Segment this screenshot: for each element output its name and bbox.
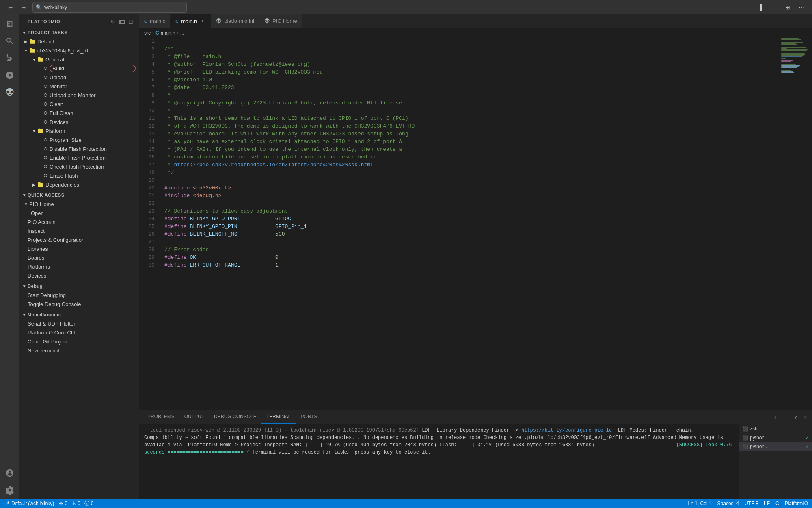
layout-button[interactable]: ⊞ xyxy=(782,2,793,12)
tree-item-start-debugging[interactable]: Start Debugging xyxy=(19,291,139,300)
tree-item-erase-flash[interactable]: Erase Flash xyxy=(19,171,139,180)
tree-item-projects-config[interactable]: Projects & Configuration xyxy=(19,235,139,244)
tree-item-ch32[interactable]: ▼ ch32v003f4p6_evt_r0 xyxy=(19,46,139,55)
section-miscellaneous[interactable]: ▼ Miscellaneous xyxy=(19,310,139,319)
tree-item-enable-flash[interactable]: Enable Flash Protection xyxy=(19,153,139,162)
tab-platformio-ini[interactable]: 👽 platformio.ini xyxy=(211,14,259,28)
nav-forward-button[interactable]: → xyxy=(18,2,29,12)
add-folder-button[interactable] xyxy=(118,17,126,26)
tab-ports[interactable]: PORTS xyxy=(296,410,322,424)
tree-item-platform[interactable]: ▼ Platform xyxy=(19,126,139,135)
tree-item-new-terminal[interactable]: New Terminal xyxy=(19,346,139,355)
code-content[interactable]: /** * @file main.h * @author Florian Sch… xyxy=(160,37,780,410)
enable-flash-label: Enable Flash Protection xyxy=(50,155,136,161)
general-chevron: ▼ xyxy=(31,56,37,63)
refresh-button[interactable]: ↻ xyxy=(110,17,116,26)
activity-search[interactable] xyxy=(2,33,18,49)
more-button[interactable]: ⋯ xyxy=(796,2,807,12)
status-spaces[interactable]: Spaces: 4 xyxy=(717,501,739,506)
tree-item-inspect[interactable]: Inspect xyxy=(19,226,139,235)
status-platform[interactable]: PlatformIO xyxy=(785,501,808,506)
code-editor[interactable]: 12345 678910 1112131415 1617181920 21222… xyxy=(139,37,812,410)
tree-item-core-cli[interactable]: PlatformIO Core CLI xyxy=(19,328,139,337)
tree-item-monitor[interactable]: Monitor xyxy=(19,82,139,91)
section-project-tasks[interactable]: ▼ PROJECT TASKS xyxy=(19,28,139,37)
ch32-chevron: ▼ xyxy=(23,47,29,54)
tab-debug-console[interactable]: DEBUG CONSOLE xyxy=(209,410,261,424)
terminal-python1-icon: ⬛ xyxy=(743,435,748,441)
activity-accounts[interactable] xyxy=(2,465,18,481)
tab-problems[interactable]: PROBLEMS xyxy=(143,410,179,424)
tree-item-pio-home[interactable]: ▼ PIO Home xyxy=(19,200,139,208)
terminal-item-python1[interactable]: ⬛ python... ✓ xyxy=(739,433,812,442)
tree-item-general[interactable]: ▼ General xyxy=(19,55,139,64)
breadcrumb-src[interactable]: src xyxy=(144,30,151,36)
tab-c-icon-main-c: C xyxy=(144,19,147,24)
tree-item-clean[interactable]: Clean xyxy=(19,100,139,109)
panel-up-button[interactable]: ∧ xyxy=(793,413,800,421)
sidebar-toggle-button[interactable]: ▐ xyxy=(754,2,766,12)
ch32-label: ch32v003f4p6_evt_r0 xyxy=(37,48,136,54)
activity-settings[interactable] xyxy=(2,482,18,498)
tree-item-pio-account[interactable]: PIO Account xyxy=(19,217,139,226)
disable-flash-dot xyxy=(44,147,47,150)
status-git-branch[interactable]: ⎇ Default (wch-blinky) xyxy=(4,501,54,506)
tree-item-libraries[interactable]: Libraries xyxy=(19,244,139,253)
terminal-content[interactable]: - tool-openocd-riscv-wch @ 2.1100.230329… xyxy=(139,424,739,499)
status-line-ending[interactable]: LF xyxy=(764,501,770,506)
tab-output[interactable]: OUTPUT xyxy=(179,410,209,424)
tree-item-upload-monitor[interactable]: Upload and Monitor xyxy=(19,91,139,100)
inspect-label: Inspect xyxy=(28,228,136,234)
tree-item-program-size[interactable]: Program Size xyxy=(19,135,139,144)
status-line-col[interactable]: Ln 1, Col 1 xyxy=(688,501,712,506)
tree-item-upload[interactable]: Upload xyxy=(19,73,139,82)
activity-pio[interactable]: 👽 xyxy=(2,84,18,100)
collapse-all-button[interactable]: ⊟ xyxy=(127,17,134,26)
platform-label: PlatformIO xyxy=(785,501,808,506)
terminal-item-python2[interactable]: ⬛ python... ✓ xyxy=(739,442,812,451)
activity-source-control[interactable] xyxy=(2,50,18,66)
title-bar-right: ▐ ▭ ⊞ ⋯ xyxy=(754,2,807,12)
main-layout: 👽 PLATFORMIO ↻ ⊟ ▼ PROJECT TASKS xyxy=(0,14,812,499)
tree-item-boards[interactable]: Boards xyxy=(19,253,139,262)
tree-item-disable-flash[interactable]: Disable Flash Protection xyxy=(19,144,139,153)
breadcrumb-dots[interactable]: ... xyxy=(180,30,184,36)
section-misc-label: Miscellaneous xyxy=(28,312,61,317)
tree-item-open[interactable]: Open xyxy=(19,208,139,217)
tree-item-toggle-console[interactable]: Toggle Debug Console xyxy=(19,300,139,308)
tab-main-h[interactable]: C main.h × xyxy=(171,14,211,28)
tree-item-build[interactable]: Build xyxy=(19,64,139,73)
activity-explorer[interactable] xyxy=(2,16,18,32)
tree-item-devices[interactable]: Devices xyxy=(19,117,139,126)
tab-main-c[interactable]: C main.c xyxy=(139,14,171,28)
panel-close-button[interactable]: × xyxy=(802,413,809,421)
panel-more-button[interactable]: ⋯ xyxy=(781,413,790,421)
tree-item-qa-devices[interactable]: Devices xyxy=(19,271,139,280)
tab-terminal[interactable]: TERMINAL xyxy=(261,410,296,424)
tree-item-dependencies[interactable]: ▶ Dependencies xyxy=(19,180,139,189)
status-language[interactable]: C xyxy=(775,501,779,506)
error-icon: ⊗ xyxy=(59,501,63,506)
search-input[interactable] xyxy=(32,2,187,13)
section-quick-access[interactable]: ▼ QUICK ACCESS xyxy=(19,191,139,200)
tree-item-platforms[interactable]: Platforms xyxy=(19,262,139,271)
panel-toggle-button[interactable]: ▭ xyxy=(768,2,780,12)
status-encoding[interactable]: UTF-8 xyxy=(745,501,758,506)
breadcrumb-file[interactable]: main.h xyxy=(161,30,175,36)
activity-run-debug[interactable] xyxy=(2,67,18,83)
tree-item-serial-plotter[interactable]: Serial & UDP Plotter xyxy=(19,319,139,328)
enable-flash-dot xyxy=(44,156,47,159)
tree-item-default[interactable]: ▶ Default xyxy=(19,37,139,46)
tree-item-clone-git[interactable]: Clone Git Project xyxy=(19,337,139,346)
terminal-item-zsh[interactable]: ⬛ zsh xyxy=(739,424,812,433)
tree-item-full-clean[interactable]: Full Clean xyxy=(19,109,139,117)
section-debug[interactable]: ▼ Debug xyxy=(19,282,139,291)
panel-add-button[interactable]: + xyxy=(772,413,779,421)
tab-pio-home[interactable]: 👽 PIO Home xyxy=(259,14,302,28)
nav-back-button[interactable]: ← xyxy=(5,2,16,12)
upload-dot xyxy=(44,76,47,79)
tab-close-main-h[interactable]: × xyxy=(199,18,206,24)
status-errors[interactable]: ⊗ 0 ⚠ 0 ⓘ 0 xyxy=(59,500,93,507)
tree-item-check-flash[interactable]: Check Flash Protection xyxy=(19,162,139,171)
tab-problems-label: PROBLEMS xyxy=(147,414,175,419)
